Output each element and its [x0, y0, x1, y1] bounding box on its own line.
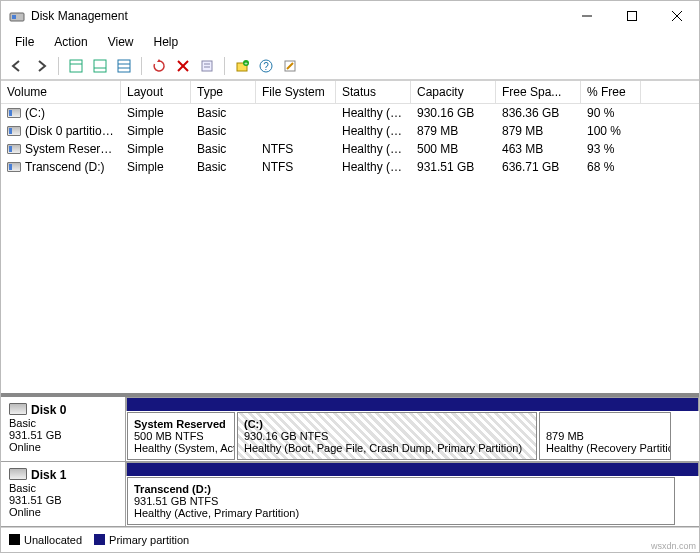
col-free[interactable]: Free Spa... [496, 81, 581, 103]
properties-icon[interactable] [197, 56, 217, 76]
menu-view[interactable]: View [100, 33, 142, 51]
title-bar: Disk Management [1, 1, 699, 31]
svg-rect-6 [70, 60, 82, 72]
close-button[interactable] [654, 2, 699, 31]
disk-color-bar [126, 397, 699, 411]
volume-list: Volume Layout Type File System Status Ca… [1, 80, 699, 176]
disk-icon [9, 403, 27, 415]
delete-icon[interactable] [173, 56, 193, 76]
empty-area [1, 176, 699, 393]
new-partition-icon[interactable]: + [232, 56, 252, 76]
svg-rect-1 [12, 15, 16, 19]
partition[interactable]: (C:)930.16 GB NTFSHealthy (Boot, Page Fi… [237, 412, 537, 460]
legend-primary: Primary partition [109, 534, 189, 546]
watermark: wsxdn.com [651, 541, 696, 551]
disk-map: Disk 0Basic931.51 GBOnlineSystem Reserve… [1, 393, 699, 527]
back-button[interactable] [7, 56, 27, 76]
svg-rect-8 [94, 60, 106, 72]
volume-row[interactable]: Transcend (D:)SimpleBasicNTFSHealthy (A.… [1, 158, 699, 176]
window-title: Disk Management [31, 9, 564, 23]
drive-icon [7, 108, 21, 118]
col-status[interactable]: Status [336, 81, 411, 103]
maximize-button[interactable] [609, 2, 654, 31]
svg-rect-3 [627, 12, 636, 21]
col-fs[interactable]: File System [256, 81, 336, 103]
disk-icon [9, 468, 27, 480]
volume-row[interactable]: (Disk 0 partition 3)SimpleBasicHealthy (… [1, 122, 699, 140]
app-icon [9, 8, 25, 24]
swatch-primary [94, 534, 105, 545]
disk-label[interactable]: Disk 1Basic931.51 GBOnline [1, 462, 126, 526]
legend-unalloc: Unallocated [24, 534, 82, 546]
menu-file[interactable]: File [7, 33, 42, 51]
forward-button[interactable] [31, 56, 51, 76]
view-top-icon[interactable] [66, 56, 86, 76]
col-capacity[interactable]: Capacity [411, 81, 496, 103]
menu-action[interactable]: Action [46, 33, 95, 51]
refresh-icon[interactable] [149, 56, 169, 76]
edit-icon[interactable] [280, 56, 300, 76]
svg-text:+: + [244, 60, 248, 66]
toolbar: + ? [1, 53, 699, 80]
disk-label[interactable]: Disk 0Basic931.51 GBOnline [1, 397, 126, 461]
col-type[interactable]: Type [191, 81, 256, 103]
disk-row: Disk 1Basic931.51 GBOnlineTranscend (D:)… [1, 462, 699, 527]
menu-help[interactable]: Help [146, 33, 187, 51]
volume-row[interactable]: (C:)SimpleBasicHealthy (B...930.16 GB836… [1, 104, 699, 122]
view-list-icon[interactable] [114, 56, 134, 76]
col-layout[interactable]: Layout [121, 81, 191, 103]
drive-icon [7, 144, 21, 154]
svg-rect-15 [202, 61, 212, 71]
drive-icon [7, 162, 21, 172]
drive-icon [7, 126, 21, 136]
column-headers: Volume Layout Type File System Status Ca… [1, 81, 699, 104]
col-pct[interactable]: % Free [581, 81, 641, 103]
minimize-button[interactable] [564, 2, 609, 31]
volume-row[interactable]: System ReservedSimpleBasicNTFSHealthy (S… [1, 140, 699, 158]
partition[interactable]: 879 MBHealthy (Recovery Partition [539, 412, 671, 460]
view-bottom-icon[interactable] [90, 56, 110, 76]
svg-text:?: ? [263, 61, 269, 72]
disk-row: Disk 0Basic931.51 GBOnlineSystem Reserve… [1, 397, 699, 462]
swatch-unallocated [9, 534, 20, 545]
partition[interactable]: Transcend (D:)931.51 GB NTFSHealthy (Act… [127, 477, 675, 525]
legend: Unallocated Primary partition [1, 527, 699, 552]
col-volume[interactable]: Volume [1, 81, 121, 103]
disk-color-bar [126, 462, 699, 476]
partition[interactable]: System Reserved500 MB NTFSHealthy (Syste… [127, 412, 235, 460]
menu-bar: File Action View Help [1, 31, 699, 53]
help-icon[interactable]: ? [256, 56, 276, 76]
svg-rect-10 [118, 60, 130, 72]
